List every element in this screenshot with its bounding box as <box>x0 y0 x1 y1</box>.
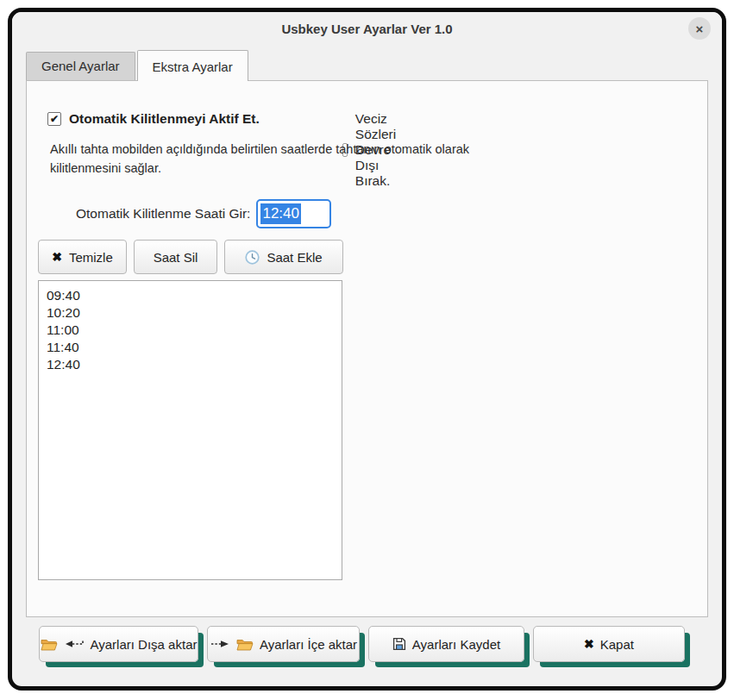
window-close-button[interactable]: × <box>688 17 711 40</box>
add-time-label: Saat Ekle <box>267 250 322 265</box>
autolock-checkbox-label: Otomatik Kilitlenmeyi Aktif Et. <box>69 111 260 127</box>
save-settings-label: Ayarları Kaydet <box>412 637 500 652</box>
folder-import-icon <box>236 638 254 651</box>
save-floppy-icon <box>392 637 406 651</box>
window-title: Usbkey User Ayarlar Ver 1.0 <box>281 22 452 36</box>
autolock-description: Akıllı tahta mobilden açıldığında belirt… <box>50 140 531 178</box>
time-list-item[interactable]: 11:00 <box>47 322 334 339</box>
save-settings-button[interactable]: Ayarları Kaydet <box>368 626 524 662</box>
arrow-right-dashed-icon <box>210 639 230 649</box>
export-settings-button[interactable]: Ayarları Dışa aktar <box>39 626 198 662</box>
arrow-left-dashed-icon <box>64 639 85 649</box>
ekstra-ayarlar-panel: ✔ Otomatik Kilitlenmeyi Aktif Et. Veciz … <box>26 80 708 617</box>
tab-ekstra-ayarlar[interactable]: Ekstra Ayarlar <box>137 50 248 81</box>
clear-times-label: Temizle <box>69 250 113 265</box>
close-icon: × <box>696 22 704 36</box>
import-settings-button[interactable]: Ayarları İçe aktar <box>207 626 360 662</box>
time-entry-row: Otomatik Kilitlenme Saati Gir: 12:40 <box>76 199 331 228</box>
checkmark-icon: ✔ <box>50 114 59 124</box>
clock-icon <box>245 250 260 265</box>
time-action-buttons: ✖ Temizle Saat Sil Saat Ekle <box>38 240 343 274</box>
import-settings-label: Ayarları İçe aktar <box>260 637 357 652</box>
footer-button-row: Ayarları Dışa aktar Ayarları İçe aktar <box>39 626 685 662</box>
close-x-icon: ✖ <box>584 638 594 650</box>
tab-bar: Genel Ayarlar Ekstra Ayarlar <box>26 48 722 80</box>
time-entry-label: Otomatik Kilitlenme Saati Gir: <box>76 206 250 222</box>
tab-genel-ayarlar[interactable]: Genel Ayarlar <box>26 52 135 80</box>
clear-times-button[interactable]: ✖ Temizle <box>38 240 127 274</box>
times-listbox[interactable]: 09:4010:2011:0011:4012:40 <box>38 280 342 580</box>
time-list-item[interactable]: 09:40 <box>47 287 334 304</box>
time-input-selected-text: 12:40 <box>260 203 301 224</box>
export-settings-label: Ayarları Dışa aktar <box>91 637 198 652</box>
folder-export-icon <box>41 638 58 651</box>
checkbox-row: ✔ Otomatik Kilitlenmeyi Aktif Et. Veciz … <box>47 111 260 127</box>
autolock-checkbox[interactable]: ✔ <box>47 112 61 126</box>
clear-x-icon: ✖ <box>52 251 62 263</box>
close-app-label: Kapat <box>600 637 634 652</box>
time-list-item[interactable]: 10:20 <box>47 304 334 322</box>
add-time-button[interactable]: Saat Ekle <box>224 240 343 274</box>
titlebar: Usbkey User Ayarlar Ver 1.0 × <box>12 12 722 45</box>
app-window: Usbkey User Ayarlar Ver 1.0 × Genel Ayar… <box>8 8 726 691</box>
time-list-item[interactable]: 12:40 <box>47 356 334 373</box>
delete-time-button[interactable]: Saat Sil <box>134 240 217 274</box>
time-input[interactable]: 12:40 <box>256 199 331 228</box>
delete-time-label: Saat Sil <box>154 250 198 265</box>
autolock-checkbox-group[interactable]: ✔ Otomatik Kilitlenmeyi Aktif Et. <box>47 111 260 127</box>
time-list-item[interactable]: 11:40 <box>47 339 334 356</box>
close-app-button[interactable]: ✖ Kapat <box>533 626 685 662</box>
